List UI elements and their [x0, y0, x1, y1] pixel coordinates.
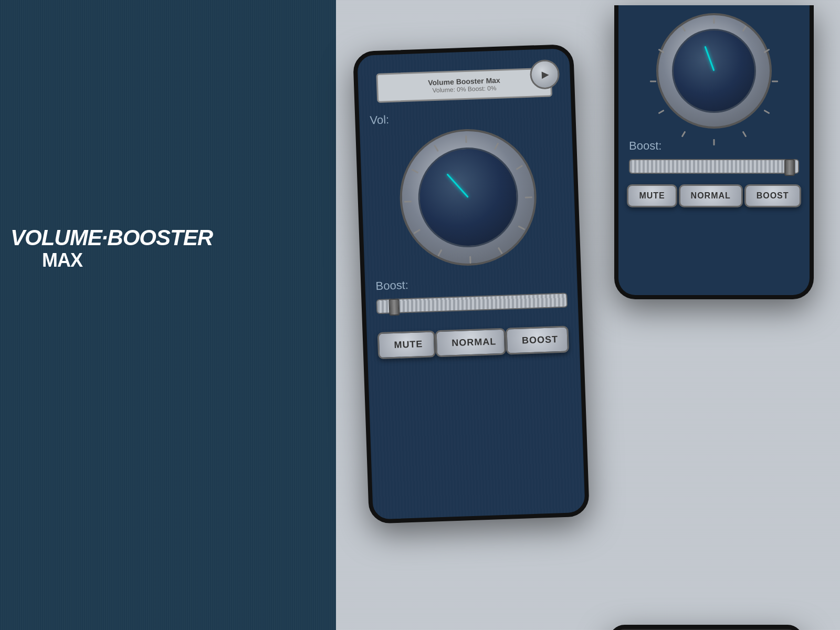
notif-phone: 1:48 PM Wed, May 8 ⚙ ▦ 📶 Wi-Fi 📞 Wi-FiCa… — [609, 625, 803, 630]
vol-knob-outer[interactable] — [397, 127, 539, 268]
boost-section: Boost: — [364, 262, 578, 325]
logo-line2: Max — [42, 250, 213, 271]
tr-knob-inner — [672, 29, 756, 113]
logo-line1: Volume·Booster — [10, 226, 213, 250]
tr-slider-thumb[interactable] — [784, 159, 795, 176]
display-row: Volume Booster Max Volume: 0% Boost: 0% — [357, 48, 571, 103]
main-btn-row: MUTE NORMAL BOOST — [366, 318, 580, 368]
tr-knob-outer[interactable] — [656, 13, 772, 129]
boost-label: Boost: — [375, 273, 567, 293]
vol-knob-inner — [416, 146, 520, 249]
tr-boost-button[interactable]: BOOST — [744, 184, 801, 207]
boost-button[interactable]: BOOST — [505, 326, 569, 354]
top-right-phone-wrapper: Boost: MUTE NORMAL BOOST — [630, 5, 830, 299]
tr-knob-container — [656, 13, 772, 129]
tr-slider-fill — [630, 160, 798, 173]
app-logo: Volume·Booster Max — [10, 226, 213, 271]
left-panel: Volume·Booster Max — [0, 0, 336, 630]
mute-button[interactable]: MUTE — [377, 330, 436, 359]
boost-slider-thumb[interactable] — [388, 299, 400, 316]
top-right-phone: Boost: MUTE NORMAL BOOST — [614, 5, 814, 299]
vol-knob-container — [397, 127, 539, 268]
tr-slider-track — [629, 159, 799, 174]
tr-btn-row: MUTE NORMAL BOOST — [618, 179, 810, 213]
boost-slider-track — [376, 292, 568, 314]
tr-needle — [704, 46, 715, 71]
tr-mute-button[interactable]: MUTE — [627, 184, 677, 207]
boost-slider-fill — [377, 294, 566, 313]
main-phone: Volume Booster Max Volume: 0% Boost: 0% … — [353, 44, 590, 524]
display-panel: Volume Booster Max Volume: 0% Boost: 0% — [376, 67, 552, 103]
vol-needle — [446, 173, 468, 198]
vol-label: Vol: — [370, 107, 561, 128]
vol-section: Vol: — [359, 96, 576, 269]
tr-normal-button[interactable]: NORMAL — [679, 184, 743, 207]
tr-knob-section — [618, 5, 810, 129]
normal-button[interactable]: NORMAL — [435, 328, 506, 358]
play-button[interactable] — [530, 59, 560, 90]
notif-phone-wrapper: 1:48 PM Wed, May 8 ⚙ ▦ 📶 Wi-Fi 📞 Wi-FiCa… — [630, 310, 824, 470]
